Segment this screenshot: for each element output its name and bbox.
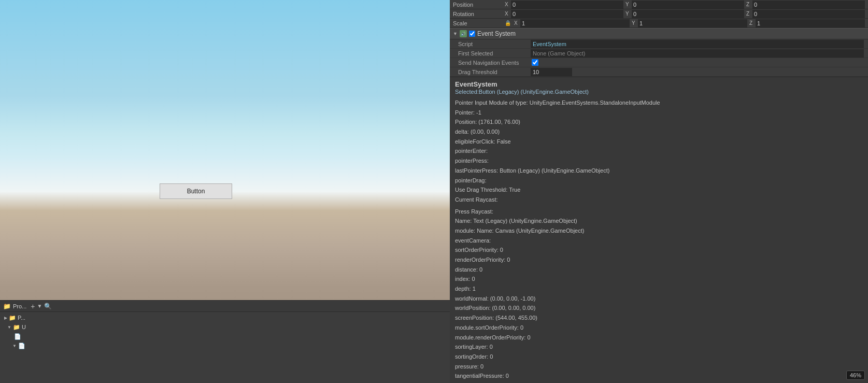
tree-label-p: P... bbox=[18, 315, 25, 321]
drag-threshold-input[interactable] bbox=[531, 68, 572, 76]
y-axis-label-scale: Y bbox=[632, 20, 637, 26]
file-icon-c2: 📄 bbox=[18, 343, 25, 349]
folder-icon-u: 📁 bbox=[13, 324, 20, 331]
tangential-pressure-line: tangentialPressure: 0 bbox=[455, 371, 863, 381]
sorting-layer-line: sortingLayer: 0 bbox=[455, 342, 863, 352]
sorting-order-line: sortingOrder: 0 bbox=[455, 352, 863, 362]
x-axis-label-scale: X bbox=[514, 20, 519, 26]
screen-position-line: screenPosition: (544.00, 455.00) bbox=[455, 313, 863, 323]
first-selected-value[interactable]: None (Game Object) bbox=[531, 49, 864, 58]
rotation-z[interactable] bbox=[752, 10, 865, 18]
tree-item-u[interactable]: ▼ 📁 U bbox=[0, 322, 450, 332]
depth-line: depth: 1 bbox=[455, 284, 863, 294]
module-line: module: Name: Canvas (UnityEngine.GameOb… bbox=[455, 226, 863, 236]
first-selected-row: First Selected None (Game Object) bbox=[450, 49, 868, 58]
event-system-selected-text: Selected:Button (Legacy) (UnityEngine.Ga… bbox=[455, 89, 863, 95]
pressure-line: pressure: 0 bbox=[455, 362, 863, 372]
first-selected-label: First Selected bbox=[458, 50, 531, 56]
position-row: Position X Y Z bbox=[450, 0, 868, 9]
event-system-component-title: Event System bbox=[477, 30, 516, 37]
tree-arrow-c2: ▼ bbox=[12, 344, 17, 348]
index-line: index: 0 bbox=[455, 274, 863, 284]
folder-icon-p: 📁 bbox=[9, 315, 16, 321]
event-system-info-panel: EventSystem Selected:Button (Legacy) (Un… bbox=[450, 77, 868, 383]
zoom-badge: 46% bbox=[846, 371, 865, 380]
tree-label-u: U bbox=[22, 324, 26, 330]
tree-item-child1[interactable]: 📄 bbox=[0, 332, 450, 341]
use-drag-threshold-line: Use Drag Threshold: True bbox=[455, 185, 863, 195]
scale-label: Scale bbox=[453, 20, 505, 26]
drag-threshold-label: Drag Threshold bbox=[458, 69, 531, 75]
rotation-label: Rotation bbox=[453, 11, 505, 17]
scale-z[interactable] bbox=[756, 19, 865, 27]
distance-line: distance: 0 bbox=[455, 265, 863, 275]
pointer-input-line: Pointer Input Module of type: UnityEngin… bbox=[455, 98, 863, 108]
zoom-value: 46% bbox=[850, 372, 861, 378]
rotation-x[interactable] bbox=[511, 10, 623, 18]
press-raycast-line: Press Raycast: bbox=[455, 207, 863, 217]
pointer-enter-line: pointerEnter: bbox=[455, 146, 863, 156]
render-order-priority-line: renderOrderPriority: 0 bbox=[455, 255, 863, 265]
sort-order-priority-line: sortOrderPriority: 0 bbox=[455, 245, 863, 255]
component-enable-checkbox[interactable] bbox=[469, 31, 475, 37]
tree-item-p[interactable]: ▶ 📁 P... bbox=[0, 313, 450, 322]
world-normal-line: worldNormal: (0.00, 0.00, -1.00) bbox=[455, 294, 863, 304]
project-label: Pro... bbox=[13, 303, 26, 309]
drag-threshold-row: Drag Threshold bbox=[450, 67, 868, 77]
send-nav-checkbox[interactable] bbox=[532, 59, 538, 66]
last-pointer-press-line: lastPointerPress: Button (Legacy) (Unity… bbox=[455, 166, 863, 176]
event-system-header[interactable]: ▼ 🔊 Event System bbox=[450, 28, 868, 39]
position-z[interactable] bbox=[752, 1, 865, 9]
file-icon-c1: 📄 bbox=[14, 333, 21, 340]
scale-lock-icon: 🔒 bbox=[505, 20, 511, 26]
z-axis-label-pos: Z bbox=[746, 2, 751, 7]
current-raycast-line: Current Raycast: bbox=[455, 195, 863, 205]
tree-item-child2[interactable]: ▼ 📄 bbox=[0, 341, 450, 350]
tree-arrow-u: ▼ bbox=[7, 325, 11, 330]
component-icon-event: 🔊 bbox=[460, 30, 467, 37]
script-label: Script bbox=[458, 41, 531, 47]
folder-icon: 📁 bbox=[3, 303, 11, 310]
event-camera-line: eventCamera: bbox=[455, 236, 863, 246]
scale-row: Scale 🔒 X Y Z bbox=[450, 19, 868, 28]
world-position-line: worldPosition: (0.00, 0.00, 0.00) bbox=[455, 303, 863, 313]
y-axis-label-rot: Y bbox=[625, 11, 631, 17]
delta-line: delta: (0.00, 0.00) bbox=[455, 127, 863, 137]
send-nav-label: Send Navigation Events bbox=[458, 60, 531, 66]
y-axis-label-pos: Y bbox=[625, 2, 631, 7]
event-system-info-title: EventSystem bbox=[455, 80, 863, 88]
inspector-panel: Position X Y Z Rotation bbox=[450, 0, 868, 383]
send-nav-row: Send Navigation Events bbox=[450, 58, 868, 67]
script-row: Script EventSystem bbox=[450, 39, 868, 49]
toolbar-search-btn[interactable]: 🔍 bbox=[44, 303, 52, 310]
name-text-line: Name: Text (Legacy) (UnityEngine.GameObj… bbox=[455, 216, 863, 226]
tree-arrow-p: ▶ bbox=[4, 316, 7, 320]
x-axis-label-pos: X bbox=[505, 2, 510, 7]
scale-y[interactable] bbox=[638, 19, 747, 27]
toolbar-plus-btn[interactable]: + bbox=[31, 302, 35, 310]
scale-x[interactable] bbox=[520, 19, 630, 27]
module-render-priority-line: module.renderOrderPriority: 0 bbox=[455, 333, 863, 343]
z-axis-label-scale: Z bbox=[749, 20, 755, 26]
position-x[interactable] bbox=[511, 1, 623, 9]
pointer-drag-line: pointerDrag: bbox=[455, 176, 863, 186]
module-sort-priority-line: module.sortOrderPriority: 0 bbox=[455, 323, 863, 333]
scene-button-label: Button bbox=[187, 188, 205, 195]
toolbar-arrow-btn[interactable]: ▼ bbox=[37, 303, 42, 309]
pointer-line: Pointer: -1 bbox=[455, 108, 863, 118]
rotation-y[interactable] bbox=[632, 10, 744, 18]
pointer-press-line: pointerPress: bbox=[455, 156, 863, 166]
scene-button[interactable]: Button bbox=[160, 183, 232, 199]
x-axis-label-rot: X bbox=[505, 11, 510, 17]
z-axis-label-rot: Z bbox=[746, 11, 751, 17]
eligible-click-line: eligibleForClick: False bbox=[455, 137, 863, 147]
position-info-line: Position: (1761.00, 76.00) bbox=[455, 117, 863, 127]
scene-view: Button 📁 Pro... + ▼ 🔍 ▶ 📁 P... ▼ bbox=[0, 0, 450, 383]
script-value[interactable]: EventSystem bbox=[531, 40, 864, 48]
fold-arrow-icon: ▼ bbox=[453, 31, 458, 36]
rotation-row: Rotation X Y Z bbox=[450, 9, 868, 19]
position-label: Position bbox=[453, 2, 505, 8]
position-y[interactable] bbox=[632, 1, 744, 9]
altitude-angle-line: altitudeAngle: 0 bbox=[455, 381, 863, 383]
